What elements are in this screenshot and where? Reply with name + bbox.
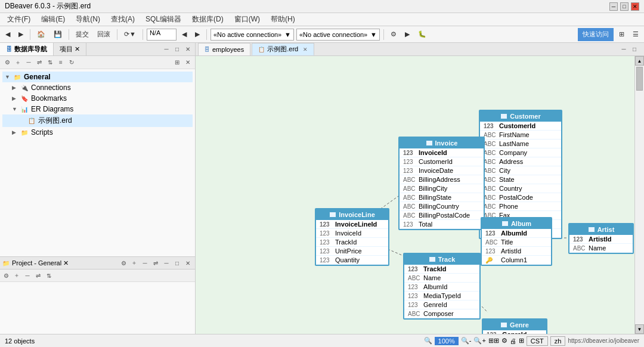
run-button[interactable]: ▶ [402, 28, 413, 41]
tx-next-button[interactable]: ▶ [192, 28, 203, 41]
tb-status-2[interactable]: ⚙ [501, 337, 507, 345]
track-table[interactable]: Track 123 TrackId ABC Name 123 AlbumId [403, 253, 481, 320]
genre-table[interactable]: Genre 123 GenreId [482, 318, 547, 334]
zoom-out-btn[interactable]: 🔍- [461, 337, 472, 345]
tx-prev-button[interactable]: ◀ [179, 28, 190, 41]
project-tb-2[interactable]: ＋ [12, 271, 21, 280]
er-canvas[interactable]: Customer 123 CustomerId ABC FirstName AB… [196, 56, 634, 334]
tab-erd[interactable]: 📋 示例图.erd ✕ [252, 43, 314, 55]
tree-item-general[interactable]: ▼ 📁 General [2, 72, 193, 82]
tab-project[interactable]: 项目 ✕ [54, 43, 86, 55]
panel-right-icon[interactable]: ⊞ [172, 58, 182, 67]
menu-find[interactable]: 查找(A) [106, 13, 140, 26]
connection1-combo[interactable]: «No active connection» ▼ [210, 29, 294, 41]
transaction-combo[interactable]: N/A [147, 29, 177, 41]
menu-db[interactable]: 数据库(D) [187, 13, 228, 26]
menu-file[interactable]: 文件(F) [2, 13, 35, 26]
back-button[interactable]: ◀ [2, 28, 13, 41]
er-diagrams-icon: 📊 [20, 105, 29, 113]
invoiceline-field-id: 123 InvoiceLineId [316, 220, 388, 229]
zoom-in-btn[interactable]: 🔍+ [473, 337, 485, 345]
connection2-combo[interactable]: «No active connection» ▼ [296, 29, 380, 41]
track-field-mediatypeid: 123 MediaTypeId [404, 292, 479, 300]
panel-arrows-icon[interactable]: ⇅ [45, 58, 55, 67]
tree-item-example-erd[interactable]: 📋 示例图.erd [2, 114, 193, 127]
menu-window[interactable]: 窗口(W) [230, 13, 265, 26]
window-title: DBeaver 6.0.3 - 示例图.erd [5, 1, 91, 11]
invoice-table[interactable]: Invoice 123 InvoiceId 123 CustomerId 123 [398, 137, 485, 230]
artist-icon [588, 227, 595, 233]
invoiceline-table[interactable]: InvoiceLine 123 InvoiceLineId 123 Invoic… [315, 208, 389, 266]
project-tb-3[interactable]: ─ [23, 271, 32, 280]
scroll-down-btn[interactable]: ▼ [635, 324, 644, 334]
project-tb-1[interactable]: ⚙ [1, 271, 11, 280]
artist-table[interactable]: Artist 123 ArtistId ABC Name [568, 223, 634, 254]
panel-close-btn[interactable]: ✕ [183, 45, 193, 54]
menu-help[interactable]: 帮助(H) [266, 13, 300, 26]
tree-item-connections[interactable]: ▶ 🔌 Connections [2, 82, 193, 93]
tb-status-1[interactable]: ⊞⊞ [488, 337, 499, 345]
icon-btn-2[interactable]: ☰ [630, 28, 642, 41]
scroll-thumb[interactable] [636, 67, 643, 91]
artist-field-id: 123 ArtistId [569, 235, 633, 244]
menu-nav[interactable]: 导航(N) [71, 13, 105, 26]
panel-refresh-icon[interactable]: ↻ [67, 58, 76, 67]
panel-settings-icon[interactable]: ⚙ [2, 58, 12, 67]
track-header: Track [404, 254, 479, 265]
save-button[interactable]: 💾 [51, 28, 65, 41]
rollback-button[interactable]: 回滚 [94, 28, 113, 41]
debug-button[interactable]: 🐛 [415, 28, 429, 41]
project-connect-btn[interactable]: ⇌ [151, 258, 160, 268]
main-toolbar: ◀ ▶ 🏠 💾 提交 回滚 ⟳▼ N/A ◀ ▶ «No active conn… [0, 26, 644, 43]
minimize-button[interactable]: ─ [609, 2, 618, 11]
tab-employees[interactable]: 🗄 employees [198, 43, 250, 55]
album-table[interactable]: Album 123 AlbumId ABC Title 123 Artist [481, 217, 552, 266]
objects-count: 12 objects [5, 337, 419, 345]
project-minus-btn[interactable]: ─ [140, 258, 150, 268]
zoom-level[interactable]: 100% [435, 337, 459, 345]
canvas-scrollbar-v[interactable]: ▲ ▼ [634, 56, 644, 334]
menu-sql[interactable]: SQL编辑器 [141, 13, 186, 26]
panel-connect-icon[interactable]: ⇌ [35, 58, 44, 67]
tools-button[interactable]: ⚙ [388, 28, 400, 41]
canvas-minimize-btn[interactable]: ─ [619, 45, 628, 54]
panel-minimize-btn[interactable]: ─ [162, 45, 171, 54]
tree-item-bookmarks[interactable]: ▶ 🔖 Bookmarks [2, 93, 193, 104]
track-field-genreid: 123 GenreId [404, 300, 479, 309]
maximize-button[interactable]: □ [620, 2, 628, 11]
commit-button[interactable]: 提交 [73, 28, 92, 41]
toolbar-separator-6 [383, 29, 384, 40]
panel-maximize-btn[interactable]: □ [172, 45, 182, 54]
home-button[interactable]: 🏠 [34, 28, 48, 41]
panel-minus-icon[interactable]: ─ [24, 58, 33, 67]
canvas-maximize-btn[interactable]: □ [630, 45, 639, 54]
project-maximize-btn[interactable]: □ [172, 258, 182, 268]
project-tb-5[interactable]: ⇅ [44, 271, 54, 280]
customer-field-address: ABC Address [480, 157, 561, 166]
tree-area: ▼ 📁 General ▶ 🔌 Connections ▶ 🔖 Bookmark… [0, 69, 195, 256]
auto-commit-button[interactable]: ⟳▼ [121, 28, 139, 41]
erd-tab-close[interactable]: ✕ [303, 47, 308, 52]
customer-field-state: ABC State [480, 175, 561, 184]
scroll-up-btn[interactable]: ▲ [635, 56, 644, 66]
panel-add-icon[interactable]: ＋ [13, 58, 23, 67]
project-tb-4[interactable]: ⇌ [33, 271, 43, 280]
close-button[interactable]: ✕ [631, 2, 639, 11]
tb-status-4[interactable]: ⊞ [519, 337, 524, 345]
search-icon[interactable]: 🔍 [424, 337, 432, 345]
project-close-btn[interactable]: ✕ [183, 258, 193, 268]
icon-btn-1[interactable]: ⊞ [616, 28, 627, 41]
tab-db-navigator[interactable]: 🗄 数据库导航 [0, 43, 54, 55]
customer-field-city: ABC City [480, 166, 561, 175]
quick-access-button[interactable]: 快速访问 [578, 28, 614, 41]
tree-item-scripts[interactable]: ▶ 📁 Scripts [2, 127, 193, 138]
panel-close2-icon[interactable]: ✕ [183, 58, 193, 67]
project-minimize-btn[interactable]: ─ [162, 258, 171, 268]
forward-button[interactable]: ▶ [16, 28, 26, 41]
tb-status-3[interactable]: 🖨 [510, 337, 516, 345]
project-settings-btn[interactable]: ⚙ [119, 258, 128, 268]
panel-expand-icon[interactable]: ≡ [56, 58, 66, 67]
tree-item-er-diagrams[interactable]: ▼ 📊 ER Diagrams [2, 104, 193, 114]
project-add-btn[interactable]: ＋ [129, 258, 139, 268]
menu-edit[interactable]: 编辑(E) [36, 13, 70, 26]
